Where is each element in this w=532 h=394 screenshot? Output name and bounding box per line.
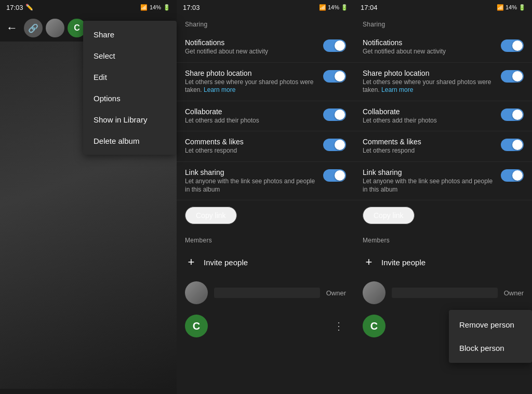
right-panel: 17:04 📶 14% 🔋 Sharing Notifications Get … [354, 0, 532, 394]
context-block-person[interactable]: Block person [449, 336, 532, 360]
right-collaborate-toggle[interactable] [501, 108, 524, 121]
battery-icon: 🔋 [518, 4, 526, 11]
middle-linksharing-title: Link sharing [185, 168, 317, 176]
battery-icon: 🔋 [163, 4, 170, 11]
middle-time: 17:03 [183, 4, 200, 11]
right-collaborate-row: Collaborate Let others add their photos [354, 101, 532, 132]
right-linksharing-row: Link sharing Let anyone with the link se… [354, 162, 532, 200]
middle-member-1-row: Owner [177, 276, 354, 309]
middle-notifications-title: Notifications [185, 38, 317, 47]
right-collaborate-title: Collaborate [363, 107, 495, 116]
middle-member-2-row: C ⋮ [177, 309, 354, 343]
right-notifications-desc: Get notified about new activity [363, 48, 495, 56]
right-location-title: Share photo location [363, 69, 495, 77]
right-comments-toggle[interactable] [501, 139, 524, 151]
middle-linksharing-row: Link sharing Let anyone with the link se… [177, 162, 354, 200]
right-member-1-name [392, 288, 498, 298]
middle-members-label: Members [177, 230, 354, 248]
wifi-icon: 📶 [497, 4, 504, 11]
right-linksharing-desc: Let anyone with the link see photos and … [363, 178, 495, 194]
right-comments-title: Comments & likes [363, 138, 495, 146]
middle-location-toggle[interactable] [323, 70, 346, 83]
middle-plus-icon: + [185, 255, 197, 269]
context-remove-person[interactable]: Remove person [449, 313, 532, 336]
left-status-icons: 📶 14% 🔋 [140, 4, 170, 11]
back-button[interactable]: ← [6, 21, 18, 35]
middle-notifications-desc: Get notified about new activity [185, 48, 317, 56]
right-learn-more-link[interactable]: Learn more [381, 86, 413, 93]
middle-invite-text: Invite people [204, 258, 248, 267]
link-avatar: 🔗 [24, 19, 43, 37]
middle-collaborate-row: Collaborate Let others add their photos [177, 101, 354, 132]
right-status-icons: 📶 14% 🔋 [497, 4, 526, 11]
middle-status-icons: 📶 14% 🔋 [319, 4, 348, 11]
menu-options[interactable]: Options [83, 88, 177, 109]
middle-member-2-avatar: C [185, 315, 208, 337]
middle-linksharing-toggle[interactable] [323, 169, 346, 182]
dropdown-menu: Share Select Edit Options Show in Librar… [83, 21, 177, 155]
right-notifications-title: Notifications [363, 38, 495, 47]
right-collaborate-desc: Let others add their photos [363, 117, 495, 125]
right-invite-row[interactable]: + Invite people [354, 248, 532, 276]
middle-copy-link-button[interactable]: Copy link [185, 207, 237, 224]
right-notifications-toggle[interactable] [501, 39, 524, 52]
left-status-bar: 17:03 ✏️ 📶 14% 🔋 [0, 0, 177, 15]
right-member-1-row: Owner [354, 276, 532, 309]
menu-show-in-library[interactable]: Show in Library [83, 109, 177, 130]
middle-location-row: Share photo location Let others see wher… [177, 63, 354, 101]
right-status-bar: 17:04 📶 14% 🔋 [354, 0, 532, 15]
right-comments-row: Comments & likes Let others respond [354, 131, 532, 162]
middle-learn-more-link[interactable]: Learn more [204, 86, 235, 93]
right-member-1-avatar [363, 281, 385, 304]
middle-location-title: Share photo location [185, 69, 317, 77]
right-location-row: Share photo location Let others see wher… [354, 63, 532, 101]
middle-notifications-row: Notifications Get notified about new act… [177, 32, 354, 63]
menu-share[interactable]: Share [83, 24, 177, 45]
middle-notifications-toggle[interactable] [323, 39, 346, 52]
battery-icon: 🔋 [341, 4, 348, 11]
right-location-desc: Let others see where your shared photos … [363, 78, 495, 94]
right-location-toggle[interactable] [501, 70, 524, 83]
user-avatar-photo [46, 19, 64, 37]
menu-edit[interactable]: Edit [83, 66, 177, 88]
middle-members-section: Members + Invite people Owner C ⋮ [177, 230, 354, 343]
middle-comments-desc: Let others respond [185, 147, 317, 155]
middle-member-1-owner: Owner [326, 289, 346, 297]
middle-collaborate-toggle[interactable] [323, 108, 346, 121]
middle-section-label: Sharing [177, 15, 354, 32]
middle-panel: 17:03 📶 14% 🔋 Sharing Notifications Get … [177, 0, 354, 394]
right-member-2-avatar: C [363, 315, 385, 337]
middle-comments-toggle[interactable] [323, 139, 346, 151]
middle-status-bar: 17:03 📶 14% 🔋 [177, 0, 354, 15]
right-member-1-owner: Owner [504, 289, 524, 297]
middle-member-1-avatar [185, 281, 208, 304]
middle-member-more-button[interactable]: ⋮ [331, 318, 346, 334]
right-section-label: Sharing [354, 15, 532, 32]
left-time: 17:03 ✏️ [6, 4, 33, 11]
right-linksharing-toggle[interactable] [501, 169, 524, 182]
right-comments-desc: Let others respond [363, 147, 495, 155]
middle-member-1-name [214, 288, 320, 298]
left-panel: 17:03 ✏️ 📶 14% 🔋 ← 🔗 C ⊞ Add photos Shar… [0, 0, 177, 394]
middle-location-desc: Let others see where your shared photos … [185, 78, 317, 94]
middle-collaborate-title: Collaborate [185, 107, 317, 116]
right-linksharing-title: Link sharing [363, 168, 495, 176]
middle-linksharing-desc: Let anyone with the link see photos and … [185, 178, 317, 194]
middle-collaborate-desc: Let others add their photos [185, 117, 317, 125]
menu-select[interactable]: Select [83, 45, 177, 66]
menu-delete-album[interactable]: Delete album [83, 130, 177, 152]
right-plus-icon: + [363, 255, 375, 269]
edit-icon: ✏️ [25, 4, 33, 11]
right-invite-text: Invite people [381, 258, 425, 267]
right-members-label: Members [354, 230, 532, 248]
right-notifications-row: Notifications Get notified about new act… [354, 32, 532, 63]
right-time: 17:04 [361, 4, 378, 11]
wifi-icon: 📶 [319, 4, 326, 11]
middle-invite-row[interactable]: + Invite people [177, 248, 354, 276]
middle-comments-row: Comments & likes Let others respond [177, 131, 354, 162]
wifi-icon: 📶 [140, 4, 148, 11]
middle-comments-title: Comments & likes [185, 138, 317, 146]
right-context-menu: Remove person Block person [449, 310, 532, 363]
right-copy-link-button[interactable]: Copy link [363, 207, 415, 224]
